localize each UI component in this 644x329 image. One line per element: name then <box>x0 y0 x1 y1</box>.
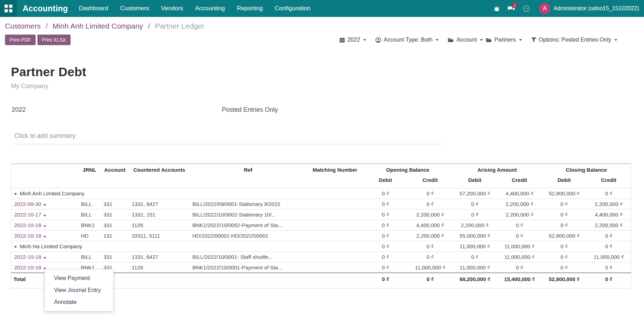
amount-cell: 0 ₫ <box>542 252 587 262</box>
options-filter-dropdown[interactable]: Options: Posted Entries Only <box>531 37 617 43</box>
amount-cell: 0 ₫ <box>363 199 408 209</box>
date-filter-label: 2022 <box>347 37 360 43</box>
total-amount-cell: 0 ₫ <box>587 273 631 288</box>
amount-cell: 0 ₫ <box>452 209 497 220</box>
summary-input[interactable]: Click to add summary <box>11 130 446 144</box>
matching-number-cell <box>307 262 363 273</box>
entry-date-dropdown[interactable]: 2022-10-17 <box>14 212 46 218</box>
debit-subheader: Debit <box>542 174 587 188</box>
amount-cell: 11,000,000 ₫ <box>452 241 497 252</box>
partners-filter-label: Partners <box>494 37 516 43</box>
app-brand[interactable]: Accounting <box>17 0 73 17</box>
amount-cell: 2,200,000 ₫ <box>497 199 542 209</box>
entry-date-dropdown[interactable]: 2022-10-18 <box>14 233 46 239</box>
navbar-systray: 1 A Administrator (odoo15_15102022) <box>489 0 644 17</box>
breadcrumb-partner[interactable]: Minh Anh Limited Company <box>53 22 143 30</box>
print-pdf-button[interactable]: Print PDF <box>5 35 36 45</box>
date-cell: 2022-10-18 <box>11 252 78 262</box>
amount-cell: 0 ₫ <box>452 199 497 209</box>
amount-cell: 57,200,000 ₫ <box>452 188 497 199</box>
amount-cell: 11,000,000 ₫ <box>497 252 542 262</box>
amount-cell: 4,400,000 ₫ <box>587 209 631 220</box>
ledger-entry-row: 2022-09-30BILL3311331, 6427BILL/2022/09/… <box>11 199 631 209</box>
chevron-down-icon <box>43 215 46 217</box>
account-filter-dropdown[interactable]: Account <box>448 37 483 43</box>
amount-cell: 11,000,000 ₫ <box>587 252 631 262</box>
debug-bug-icon[interactable] <box>489 0 504 17</box>
breadcrumb-separator: / <box>45 22 48 30</box>
amount-cell: 2,200,000 ₫ <box>587 220 631 231</box>
chevron-down-icon <box>43 225 46 227</box>
ref-column-header: Ref <box>190 164 307 188</box>
amount-cell: 0 ₫ <box>587 231 631 241</box>
group-label-cell: Minh Anh Limited Company <box>11 188 363 199</box>
collapse-caret-icon[interactable] <box>14 193 17 195</box>
account-column-header: Account <box>101 164 129 188</box>
ledger-entry-row: 2022-10-18HD13133311, 5111HD/2022/00001-… <box>11 231 631 241</box>
main-menu: Dashboard Customers Vendors Accounting R… <box>73 0 317 17</box>
print-xlsx-button[interactable]: Print XLSX <box>37 35 71 45</box>
ledger-group-row: Minh Ha Limited Company0 ₫0 ₫11,000,000 … <box>11 241 631 252</box>
entry-context-menu: View Payment View Journal Entry Annotate <box>44 269 114 311</box>
credit-subheader: Credit <box>408 174 452 188</box>
amount-cell: 0 ₫ <box>497 220 542 231</box>
apps-menu-button[interactable] <box>0 0 17 17</box>
menu-accounting[interactable]: Accounting <box>189 0 231 17</box>
account-filter-label: Account <box>456 37 477 43</box>
breadcrumb-customers[interactable]: Customers <box>5 22 41 30</box>
filter-funnel-icon <box>531 37 536 43</box>
entry-date-dropdown[interactable]: 2022-10-18 <box>14 254 46 260</box>
chevron-down-icon <box>43 236 46 238</box>
options-filter-label: Options: Posted Entries Only <box>539 37 611 43</box>
ledger-entry-row: 2022-10-18BNK13311126BNK1/2022/10/0002-P… <box>11 220 631 231</box>
amount-cell: 2,200,000 ₫ <box>587 199 631 209</box>
company-name: My Company <box>11 83 631 90</box>
menu-item-annotate[interactable]: Annotate <box>45 296 113 308</box>
date-filter-dropdown[interactable]: 2022 <box>339 37 366 43</box>
posted-entries-label: Posted Entries Only <box>222 106 278 114</box>
entry-date-dropdown[interactable]: 2022-09-30 <box>14 201 46 207</box>
debit-subheader: Debit <box>452 174 497 188</box>
menu-item-view-payment[interactable]: View Payment <box>45 272 113 284</box>
partners-filter-dropdown[interactable]: Partners <box>486 37 522 43</box>
menu-customers[interactable]: Customers <box>114 0 155 17</box>
ref-cell: BILL/2022/09/0001-Stationary 9/2022 <box>190 199 307 209</box>
date-cell: 2022-10-17 <box>11 209 78 220</box>
menu-reporting[interactable]: Reporting <box>231 0 269 17</box>
ref-cell: BILL/2022/10/0002-Stationary 10/... <box>190 209 307 220</box>
closing-balance-header: Closing Balance <box>542 164 631 175</box>
messages-icon[interactable]: 1 <box>504 0 519 17</box>
amount-cell: 0 ₫ <box>452 252 497 262</box>
amount-cell: 0 ₫ <box>363 262 408 273</box>
chevron-down-icon <box>363 39 366 41</box>
user-avatar[interactable]: A <box>539 3 550 14</box>
account-cell: 331 <box>101 220 129 231</box>
amount-cell: 0 ₫ <box>542 262 587 273</box>
user-menu[interactable]: Administrator (odoo15_15102022) <box>553 5 639 12</box>
matching-number-cell <box>307 220 363 231</box>
account-cell: 331 <box>101 199 129 209</box>
activities-clock-icon[interactable] <box>519 0 534 17</box>
total-amount-cell: 68,200,000 ₫ <box>452 273 497 288</box>
menu-item-view-journal-entry[interactable]: View Journal Entry <box>45 284 113 296</box>
chevron-down-icon <box>519 39 522 41</box>
group-label-cell: Minh Ha Limited Company <box>11 241 363 252</box>
account-type-filter-dropdown[interactable]: Account Type: Both <box>375 37 438 43</box>
folder-open-icon <box>448 37 454 43</box>
menu-dashboard[interactable]: Dashboard <box>73 0 114 17</box>
countered-accounts-cell: 33311, 5111 <box>129 231 190 241</box>
amount-cell: 2,200,000 ₫ <box>408 209 452 220</box>
collapse-caret-icon[interactable] <box>14 246 17 248</box>
matching-number-cell <box>307 231 363 241</box>
arising-amount-header: Arising Amount <box>452 164 542 175</box>
jrnl-cell: BILL <box>78 209 101 220</box>
total-amount-cell: 0 ₫ <box>408 273 452 288</box>
chevron-down-icon <box>480 39 483 41</box>
amount-cell: 0 ₫ <box>408 199 452 209</box>
menu-vendors[interactable]: Vendors <box>155 0 189 17</box>
menu-configuration[interactable]: Configuration <box>269 0 316 17</box>
entry-date-dropdown[interactable]: 2022-10-18 <box>14 264 46 270</box>
amount-cell: 0 ₫ <box>542 241 587 252</box>
amount-cell: 0 ₫ <box>587 262 631 273</box>
entry-date-dropdown[interactable]: 2022-10-18 <box>14 222 46 228</box>
